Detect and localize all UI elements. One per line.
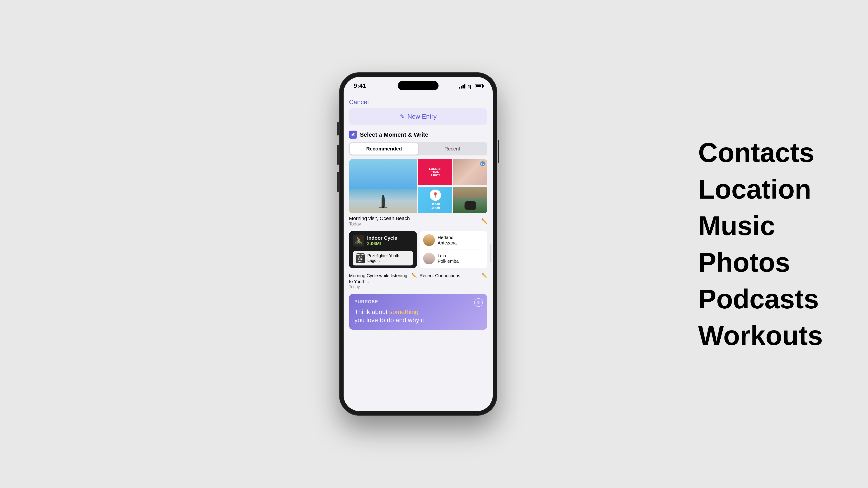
photo-caption: Morning visit, Ocean Beach Today ✏️ xyxy=(349,216,487,227)
contact-row-herland: Herland Antezana xyxy=(420,231,487,249)
workout-caption-text: Morning Cycle while listening to Youth..… xyxy=(349,273,411,285)
right-label-podcasts: Podcasts xyxy=(698,284,823,314)
signal-bar-2 xyxy=(461,86,462,89)
right-labels: Contacts Location Music Photos Podcasts … xyxy=(698,138,823,350)
new-entry-icon: ✎ xyxy=(400,113,405,120)
workout-icon: 🚴 xyxy=(352,235,364,247)
section-header: Select a Moment & Write xyxy=(349,131,487,139)
cancel-button[interactable]: Cancel xyxy=(349,95,487,108)
photo-ocean-beach[interactable]: 📍 Ocean Beach xyxy=(418,187,452,213)
purpose-label: PURPOSE xyxy=(354,299,482,304)
purpose-text: Think about something you love to do and… xyxy=(354,308,482,324)
contacts-caption-text: Recent Connections xyxy=(420,273,460,279)
purpose-text-cont: you love to do and why it xyxy=(354,317,424,324)
location-pin-icon: 📍 xyxy=(432,192,439,198)
workout-card-caption: Morning Cycle while listening to Youth..… xyxy=(349,273,417,289)
photo-grid: LOUDERTHANA RIOT TD 📍 xyxy=(349,159,487,213)
tabs-container: Recommended Recent xyxy=(349,142,487,156)
volume-down-button xyxy=(337,172,339,192)
podcast-row: HEAVEN IS A JUNK YARD Prizefighter Youth… xyxy=(352,251,413,265)
status-time: 9:41 xyxy=(353,82,366,90)
signal-bar-3 xyxy=(463,85,464,89)
contact-row-leia: Leia Polklemba xyxy=(420,250,487,267)
pencil-icon xyxy=(351,132,355,137)
contacts-caption-info: Recent Connections xyxy=(420,273,460,279)
right-label-workouts: Workouts xyxy=(698,321,823,350)
photo-main[interactable] xyxy=(349,159,417,213)
contacts-edit-icon[interactable]: ✏️ xyxy=(482,273,487,278)
ocean-beach-label: Ocean Beach xyxy=(430,202,440,210)
right-label-contacts: Contacts xyxy=(698,138,823,167)
photo-seashell[interactable]: TD xyxy=(453,159,487,185)
section-icon xyxy=(349,131,357,139)
podcast-thumbnail: HEAVEN IS A JUNK YARD xyxy=(356,253,365,263)
photo-edit-icon[interactable]: ✏️ xyxy=(481,218,487,224)
photo-caption-info: Morning visit, Ocean Beach Today xyxy=(349,216,410,227)
dynamic-island xyxy=(398,81,438,90)
workout-info: Indoor Cycle 2.06MI xyxy=(367,235,397,246)
right-label-location: Location xyxy=(698,174,823,204)
battery-fill xyxy=(475,85,481,87)
purpose-text-normal: Think about xyxy=(354,308,389,315)
avatar-leia xyxy=(423,253,435,264)
right-label-photos: Photos xyxy=(698,248,823,277)
tab-recommended[interactable]: Recommended xyxy=(350,143,418,155)
section-title: Select a Moment & Write xyxy=(360,131,428,138)
workout-caption-info: Morning Cycle while listening to Youth..… xyxy=(349,273,411,289)
new-entry-button[interactable]: ✎ New Entry xyxy=(349,108,487,125)
card-caption-row: Morning Cycle while listening to Youth..… xyxy=(349,273,487,289)
tab-recent[interactable]: Recent xyxy=(418,143,487,155)
workout-card[interactable]: 🚴 Indoor Cycle 2.06MI HEAVEN IS A JUNK Y… xyxy=(349,231,417,268)
status-icons: 𝛈 xyxy=(459,83,483,89)
signal-bar-1 xyxy=(459,87,460,89)
photo-podcast-cover[interactable]: LOUDERTHANA RIOT xyxy=(418,159,452,185)
right-label-music: Music xyxy=(698,211,823,240)
phone-screen: 9:41 𝛈 Cancel xyxy=(344,77,493,411)
workout-name: Indoor Cycle xyxy=(367,235,397,241)
volume-up-button xyxy=(337,144,339,165)
signal-icon xyxy=(459,84,465,89)
mute-button xyxy=(337,122,339,135)
workout-distance: 2.06MI xyxy=(367,241,397,246)
contact-name-leia: Leia Polklemba xyxy=(438,253,459,264)
phone: 9:41 𝛈 Cancel xyxy=(339,72,497,416)
workout-caption-sub: Today xyxy=(349,285,411,289)
contact-name-herland: Herland Antezana xyxy=(438,235,457,246)
wifi-icon: 𝛈 xyxy=(468,83,471,89)
location-icon: 📍 xyxy=(430,190,441,201)
purpose-text-highlight: something xyxy=(389,308,418,315)
battery-icon xyxy=(475,84,483,88)
avatar-herland xyxy=(423,234,435,246)
contacts-card[interactable]: Herland Antezana Leia P xyxy=(420,231,487,268)
photo-dog[interactable] xyxy=(453,187,487,213)
purpose-refresh-icon[interactable]: ↻ xyxy=(474,298,483,307)
new-entry-label: New Entry xyxy=(407,113,436,120)
power-button xyxy=(498,140,499,163)
svg-rect-0 xyxy=(351,135,355,136)
cards-row: 🚴 Indoor Cycle 2.06MI HEAVEN IS A JUNK Y… xyxy=(349,231,487,268)
photo-caption-sub: Today xyxy=(349,221,410,227)
content-area: Cancel ✎ New Entry Select a Moment & Wri… xyxy=(344,95,493,411)
scroll-indicator xyxy=(491,244,491,262)
workout-header: 🚴 Indoor Cycle 2.06MI xyxy=(349,231,417,250)
phone-wrapper: 9:41 𝛈 Cancel xyxy=(339,72,497,416)
purpose-card[interactable]: PURPOSE ↻ Think about something you love… xyxy=(349,294,487,330)
contacts-card-caption: Recent Connections ✏️ xyxy=(420,273,487,289)
signal-bar-4 xyxy=(464,84,465,89)
podcast-info: Prizefighter Youth Lago... xyxy=(367,254,410,263)
workout-edit-icon[interactable]: ✏️ xyxy=(411,273,417,278)
podcast-title: Prizefighter Youth Lago... xyxy=(367,254,410,263)
photo-caption-text: Morning visit, Ocean Beach xyxy=(349,216,410,221)
